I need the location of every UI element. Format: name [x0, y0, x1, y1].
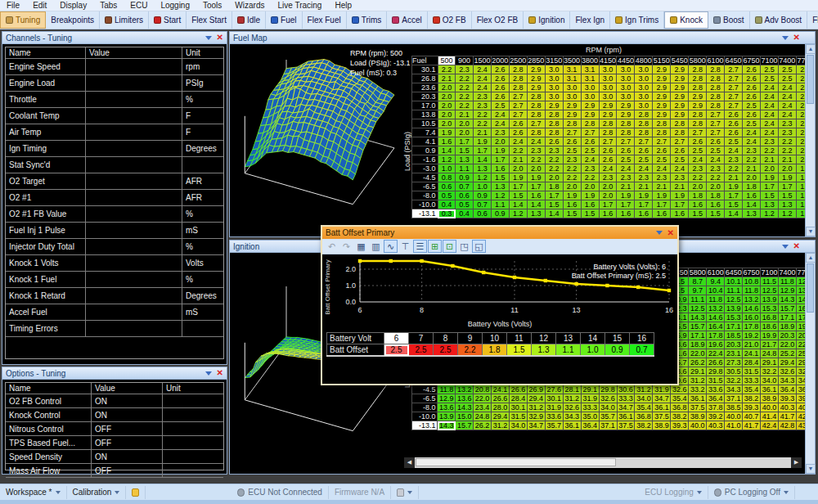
- fuel-cell[interactable]: 2.7: [725, 65, 743, 74]
- ignition-cell[interactable]: 13.9: [725, 304, 743, 313]
- fuel-cell[interactable]: 0.6: [456, 191, 474, 200]
- fuel-cell[interactable]: 2.1: [653, 182, 671, 191]
- fuel-cell[interactable]: 1.7: [599, 200, 617, 209]
- fuel-cell[interactable]: 1.7: [760, 182, 778, 191]
- fuel-cell[interactable]: 2.9: [671, 92, 689, 101]
- ignition-cell[interactable]: 31.9: [653, 385, 671, 394]
- fuel-cell[interactable]: 0.8: [438, 173, 456, 182]
- fuel-cell[interactable]: 1.5: [491, 173, 509, 182]
- table-row[interactable]: Accel FuelmS: [6, 304, 223, 321]
- ignition-cell[interactable]: 16.0: [743, 313, 761, 322]
- fuel-cell[interactable]: 2.2: [456, 101, 474, 110]
- fuel-cell[interactable]: 2.8: [527, 110, 545, 119]
- fuel-cell[interactable]: 2.5: [563, 146, 581, 155]
- fuel-cell[interactable]: 1.9: [760, 173, 778, 182]
- table-row[interactable]: Engine Speedrpm: [6, 59, 223, 75]
- fuel-cell[interactable]: 1.9: [473, 137, 491, 146]
- ignition-cell[interactable]: 32.2: [725, 376, 743, 385]
- fuel-cell[interactable]: 1.9: [438, 128, 456, 137]
- fuel-cell[interactable]: 1.9: [617, 191, 635, 200]
- fuel-cell[interactable]: 2.4: [743, 137, 761, 146]
- table-row[interactable]: Throttle%: [6, 92, 223, 108]
- panel-menu-icon[interactable]: [205, 371, 212, 376]
- ignition-cell[interactable]: 17.1: [725, 322, 743, 331]
- fuel-cell[interactable]: 2.8: [689, 65, 707, 74]
- toolbar-tab-adv-boost[interactable]: Adv Boost: [750, 11, 808, 29]
- fuel-cell[interactable]: 1.9: [635, 191, 653, 200]
- ignition-cell[interactable]: 11.8: [778, 277, 796, 286]
- fuel-cell[interactable]: 3.0: [635, 74, 653, 83]
- ignition-cell[interactable]: 18.9: [778, 322, 796, 331]
- ignition-cell[interactable]: 15.7: [456, 421, 474, 430]
- ignition-col-header[interactable]: 7400: [778, 268, 796, 277]
- ignition-cell[interactable]: 39.2: [707, 412, 725, 421]
- ignition-cell[interactable]: 14.3: [438, 421, 456, 430]
- fuel-cell[interactable]: 2.3: [725, 155, 743, 164]
- fuel-cell[interactable]: 2.4: [473, 83, 491, 92]
- fuel-cell[interactable]: 2.6: [509, 128, 527, 137]
- ignition-cell[interactable]: 30.5: [725, 367, 743, 376]
- fuel-cell[interactable]: 2.2: [563, 173, 581, 182]
- fuel-cell[interactable]: 2.5: [778, 65, 796, 74]
- fuel-cell[interactable]: 2.5: [581, 146, 599, 155]
- fuel-row-header[interactable]: 13.8: [412, 110, 438, 119]
- ignition-cell[interactable]: 36.1: [617, 412, 635, 421]
- ignition-vertical-scrollbar[interactable]: ▲ ▼: [805, 253, 815, 474]
- toolbar-tab-o2-fb[interactable]: O2 FB: [428, 11, 472, 29]
- fuel-cell[interactable]: 2.5: [689, 146, 707, 155]
- ignition-cell[interactable]: 34.0: [599, 403, 617, 412]
- fuel-cell[interactable]: 2.8: [545, 119, 563, 128]
- menu-item-wizards[interactable]: Wizards: [228, 1, 271, 10]
- fuel-cell[interactable]: 2.5: [725, 137, 743, 146]
- fuel-cell[interactable]: 2.5: [491, 101, 509, 110]
- ignition-cell[interactable]: 40.0: [725, 412, 743, 421]
- fuel-cell[interactable]: 3.1: [563, 74, 581, 83]
- fuel-cell[interactable]: 2.0: [563, 182, 581, 191]
- fuel-cell[interactable]: 1.1: [456, 164, 474, 173]
- table-row[interactable]: Engine LoadPSIg: [6, 75, 223, 92]
- menu-item-ecu[interactable]: ECU: [124, 1, 154, 10]
- table-row[interactable]: Mass Air FlowOFF: [6, 464, 223, 478]
- fuel-cell[interactable]: 2.7: [617, 137, 635, 146]
- fuel-cell[interactable]: 3.0: [617, 74, 635, 83]
- fuel-cell[interactable]: 2.6: [743, 110, 761, 119]
- ignition-cell[interactable]: 14.6: [707, 313, 725, 322]
- table-row[interactable]: TPS Based Fuel...OFF: [6, 436, 223, 450]
- fuel-cell[interactable]: 2.4: [760, 101, 778, 110]
- ignition-cell[interactable]: 10.4: [707, 286, 725, 295]
- fuel-cell[interactable]: 1.6: [689, 200, 707, 209]
- ignition-cell[interactable]: 42.4: [761, 421, 779, 430]
- ignition-cell[interactable]: 32.9: [527, 412, 545, 421]
- fuel-cell[interactable]: 2.1: [671, 182, 689, 191]
- fuel-cell[interactable]: 1.8: [707, 191, 725, 200]
- fuel-cell[interactable]: 2.1: [617, 182, 635, 191]
- fuel-cell[interactable]: 2.1: [473, 128, 491, 137]
- fuel-cell[interactable]: 2.4: [689, 155, 707, 164]
- toolbar-tab-fuel[interactable]: Fuel: [266, 11, 302, 29]
- fuel-cell[interactable]: 2.7: [653, 137, 671, 146]
- batt-offset-cell[interactable]: 0.7: [630, 344, 654, 356]
- fuel-cell[interactable]: 3.1: [563, 65, 581, 74]
- fuel-cell[interactable]: 2.2: [473, 119, 491, 128]
- fuel-cell[interactable]: 2.2: [527, 155, 545, 164]
- fuel-cell[interactable]: 2.7: [725, 83, 743, 92]
- fuel-cell[interactable]: 1.4: [438, 146, 456, 155]
- ignition-cell[interactable]: 34.3: [725, 385, 743, 394]
- fuel-cell[interactable]: 0.6: [473, 209, 491, 218]
- fuel-cell[interactable]: 1.7: [635, 200, 653, 209]
- fuel-cell[interactable]: 1.6: [438, 137, 456, 146]
- fuel-cell[interactable]: 2.6: [707, 137, 725, 146]
- ignition-cell[interactable]: 38.2: [635, 421, 653, 430]
- fuel-cell[interactable]: 2.4: [743, 128, 761, 137]
- ignition-cell[interactable]: 24.1: [743, 349, 761, 358]
- ignition-cell[interactable]: 26.2: [474, 421, 492, 430]
- ignition-cell[interactable]: 23.4: [474, 403, 492, 412]
- fuel-cell[interactable]: 1.7: [545, 191, 563, 200]
- ignition-cell[interactable]: 9.7: [689, 286, 707, 295]
- battery-volt-header[interactable]: 12: [532, 333, 556, 344]
- ignition-cell[interactable]: 20.3: [725, 340, 743, 349]
- fuel-cell[interactable]: 1.8: [689, 191, 707, 200]
- fuel-cell[interactable]: 3.1: [581, 74, 599, 83]
- fuel-cell[interactable]: 2.9: [599, 110, 617, 119]
- fuel-cell[interactable]: 1.5: [545, 200, 563, 209]
